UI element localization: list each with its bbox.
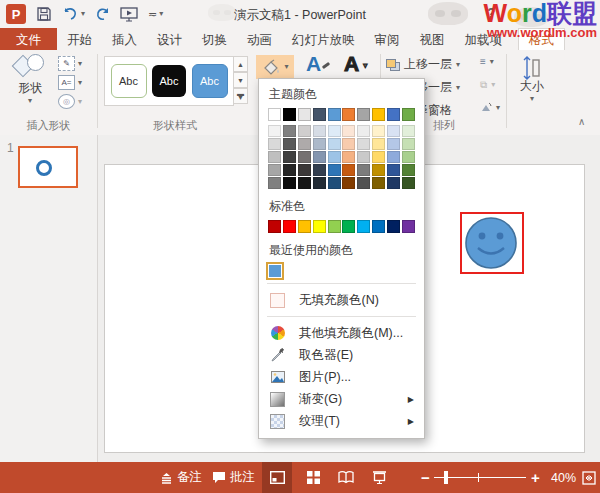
tab-review[interactable]: 审阅 — [365, 28, 410, 50]
bring-forward-button[interactable]: 上移一层▾ — [386, 56, 460, 73]
color-swatch[interactable] — [372, 138, 385, 150]
color-swatch[interactable] — [372, 108, 385, 121]
color-swatch[interactable] — [387, 125, 400, 137]
color-swatch[interactable] — [268, 138, 281, 150]
shape-style-option-1[interactable]: Abc — [111, 64, 147, 98]
tab-file[interactable]: 文件 — [0, 28, 57, 50]
align-button[interactable]: ≡▾ — [480, 56, 494, 67]
color-swatch[interactable] — [342, 151, 355, 163]
color-swatch[interactable] — [328, 151, 341, 163]
color-swatch[interactable] — [328, 125, 341, 137]
color-swatch[interactable] — [402, 177, 415, 189]
color-swatch[interactable] — [283, 125, 296, 137]
gallery-scroll-down[interactable]: ▼ — [233, 72, 248, 88]
color-swatch[interactable] — [283, 138, 296, 150]
color-swatch[interactable] — [328, 138, 341, 150]
menu-item-no-fill[interactable]: 无填充颜色(N) — [267, 289, 416, 311]
color-swatch[interactable] — [342, 125, 355, 137]
color-swatch[interactable] — [357, 220, 370, 233]
help-button[interactable]: ? — [487, 5, 496, 21]
slide-show-view-button[interactable] — [364, 462, 394, 493]
color-swatch[interactable] — [357, 108, 370, 121]
color-swatch[interactable] — [402, 125, 415, 137]
color-swatch[interactable] — [268, 220, 281, 233]
color-swatch[interactable] — [268, 177, 281, 189]
color-swatch[interactable] — [342, 108, 355, 121]
zoom-out-button[interactable]: − — [421, 462, 430, 493]
rotate-button[interactable]: ▾ — [480, 102, 500, 113]
color-swatch[interactable] — [298, 164, 311, 176]
color-swatch[interactable] — [357, 125, 370, 137]
color-swatch[interactable] — [342, 164, 355, 176]
tab-view[interactable]: 视图 — [410, 28, 455, 50]
color-swatch[interactable] — [268, 125, 281, 137]
color-swatch[interactable] — [342, 138, 355, 150]
tab-home[interactable]: 开始 — [57, 28, 102, 50]
color-swatch[interactable] — [387, 151, 400, 163]
fit-to-window-button[interactable] — [578, 462, 600, 493]
zoom-level[interactable]: 40% — [551, 462, 576, 493]
merge-shapes-button[interactable]: ◎▾ — [58, 94, 82, 109]
color-swatch[interactable] — [402, 108, 415, 121]
shapes-button[interactable]: 形状 ▾ — [8, 54, 52, 105]
color-swatch[interactable] — [357, 164, 370, 176]
tab-transitions[interactable]: 切换 — [192, 28, 237, 50]
color-swatch[interactable] — [387, 220, 400, 233]
text-fill-button[interactable]: A — [306, 52, 321, 76]
normal-view-button[interactable] — [262, 462, 292, 493]
color-swatch[interactable] — [313, 177, 326, 189]
shape-style-option-3[interactable]: Abc — [192, 64, 228, 98]
text-outline-button[interactable]: A ▾ — [344, 52, 367, 76]
color-swatch[interactable] — [328, 220, 341, 233]
shape-style-option-2[interactable]: Abc — [152, 65, 186, 97]
menu-item-gradient[interactable]: 渐变(G) ▶ — [267, 388, 416, 410]
color-swatch[interactable] — [298, 108, 311, 121]
tab-format[interactable]: 格式 — [518, 28, 565, 50]
color-swatch[interactable] — [298, 138, 311, 150]
edit-shape-button[interactable]: ✎▾ — [58, 56, 82, 71]
menu-item-eyedropper[interactable]: 取色器(E) — [267, 344, 416, 366]
tab-addins[interactable]: 加载项 — [455, 28, 513, 50]
color-swatch[interactable] — [402, 164, 415, 176]
zoom-slider-thumb[interactable] — [444, 471, 448, 484]
gallery-more-button[interactable]: ▬▼ — [233, 88, 248, 104]
tab-insert[interactable]: 插入 — [102, 28, 147, 50]
tab-animations[interactable]: 动画 — [237, 28, 282, 50]
color-swatch[interactable] — [268, 151, 281, 163]
color-swatch[interactable] — [372, 177, 385, 189]
color-swatch[interactable] — [402, 138, 415, 150]
color-swatch[interactable] — [342, 177, 355, 189]
color-swatch[interactable] — [387, 138, 400, 150]
size-button[interactable]: 大小 ▾ — [514, 56, 550, 103]
color-swatch[interactable] — [313, 151, 326, 163]
color-swatch[interactable] — [268, 164, 281, 176]
color-swatch[interactable] — [357, 177, 370, 189]
color-swatch[interactable] — [283, 177, 296, 189]
color-swatch[interactable] — [313, 125, 326, 137]
color-swatch[interactable] — [283, 151, 296, 163]
notes-button[interactable]: 备注 — [160, 462, 202, 493]
slide-thumbnail[interactable] — [18, 146, 78, 188]
color-swatch[interactable] — [357, 151, 370, 163]
reading-view-button[interactable] — [331, 462, 361, 493]
zoom-in-button[interactable]: + — [531, 462, 540, 493]
color-swatch[interactable] — [268, 264, 282, 278]
tab-slideshow[interactable]: 幻灯片放映 — [282, 28, 365, 50]
color-swatch[interactable] — [313, 108, 326, 121]
collapse-ribbon-button[interactable]: ∧ — [578, 116, 585, 127]
color-swatch[interactable] — [372, 164, 385, 176]
color-swatch[interactable] — [313, 164, 326, 176]
color-swatch[interactable] — [387, 177, 400, 189]
color-swatch[interactable] — [372, 151, 385, 163]
color-swatch[interactable] — [298, 151, 311, 163]
color-swatch[interactable] — [342, 220, 355, 233]
color-swatch[interactable] — [298, 220, 311, 233]
slide-sorter-view-button[interactable] — [298, 462, 328, 493]
color-swatch[interactable] — [313, 220, 326, 233]
color-swatch[interactable] — [328, 164, 341, 176]
color-swatch[interactable] — [283, 164, 296, 176]
color-swatch[interactable] — [298, 125, 311, 137]
menu-item-more-fill-colors[interactable]: 其他填充颜色(M)... — [267, 322, 416, 344]
gallery-scroll-up[interactable]: ▲ — [233, 56, 248, 72]
color-swatch[interactable] — [357, 138, 370, 150]
